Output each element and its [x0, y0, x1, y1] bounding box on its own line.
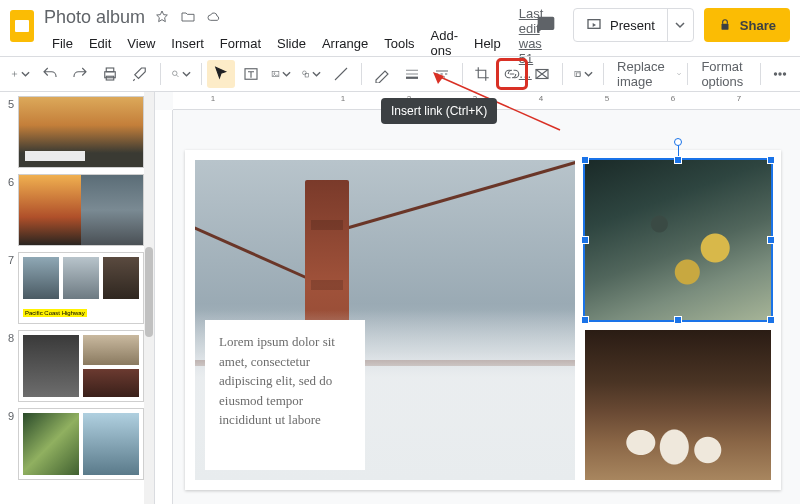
- line-tool[interactable]: [327, 60, 355, 88]
- thumbnail-preview[interactable]: Pacific Coast Highway: [18, 252, 144, 324]
- thumbnail-preview[interactable]: [18, 174, 144, 246]
- resize-handle-t[interactable]: [674, 156, 682, 164]
- textbox-tool[interactable]: [237, 60, 265, 88]
- slide-image-leaves-selected[interactable]: [585, 160, 771, 320]
- slides-app-icon[interactable]: [8, 8, 36, 44]
- reset-image-button[interactable]: [528, 60, 556, 88]
- svg-point-11: [303, 71, 307, 75]
- format-options-button[interactable]: Format options: [693, 59, 753, 89]
- workspace: 5 6 7 Pacific Coast Highway 8 9 1 1 2 3 …: [0, 92, 800, 504]
- document-title[interactable]: Photo album: [44, 7, 145, 28]
- present-button[interactable]: Present: [573, 8, 694, 42]
- zoom-button[interactable]: [167, 60, 195, 88]
- separator: [160, 63, 161, 85]
- slide-image-cafe[interactable]: [585, 330, 771, 480]
- thumbnail[interactable]: 8: [2, 330, 154, 402]
- svg-point-7: [172, 71, 177, 76]
- chevron-down-icon: [677, 70, 681, 78]
- more-tools-button[interactable]: [766, 60, 794, 88]
- menu-help[interactable]: Help: [466, 34, 509, 53]
- new-slide-button[interactable]: [6, 60, 34, 88]
- resize-handle-br[interactable]: [767, 316, 775, 324]
- shape-tool[interactable]: [297, 60, 325, 88]
- menu-insert[interactable]: Insert: [163, 34, 212, 53]
- thumbnail-number: 7: [2, 254, 14, 266]
- svg-rect-5: [106, 68, 114, 72]
- slide-canvas[interactable]: Lorem ipsum dolor sit amet, consectetur …: [185, 150, 781, 490]
- share-label: Share: [740, 18, 776, 33]
- slide-textbox[interactable]: Lorem ipsum dolor sit amet, consectetur …: [205, 320, 365, 470]
- thumbnail-number: 9: [2, 410, 14, 422]
- svg-rect-1: [15, 20, 29, 32]
- resize-handle-tl[interactable]: [581, 156, 589, 164]
- svg-point-10: [274, 73, 275, 74]
- paint-format-button[interactable]: [126, 60, 154, 88]
- mask-image-button[interactable]: [569, 60, 597, 88]
- thumbnail[interactable]: 7 Pacific Coast Highway: [2, 252, 154, 324]
- menu-file[interactable]: File: [44, 34, 81, 53]
- separator: [201, 63, 202, 85]
- menu-edit[interactable]: Edit: [81, 34, 119, 53]
- border-dash-button[interactable]: [428, 60, 456, 88]
- resize-handle-l[interactable]: [581, 236, 589, 244]
- present-label: Present: [610, 18, 655, 33]
- separator: [562, 63, 563, 85]
- separator: [462, 63, 463, 85]
- svg-point-18: [783, 73, 785, 75]
- border-color-button[interactable]: [368, 60, 396, 88]
- thumbnail-preview[interactable]: [18, 408, 144, 480]
- thumbnail-preview[interactable]: [18, 330, 144, 402]
- thumbnail-scrollbar[interactable]: [144, 92, 154, 504]
- resize-handle-b[interactable]: [674, 316, 682, 324]
- thumbnail-number: 6: [2, 176, 14, 188]
- select-tool[interactable]: [207, 60, 235, 88]
- svg-rect-14: [574, 71, 579, 76]
- menu-view[interactable]: View: [119, 34, 163, 53]
- toolbar: Replace image Format options: [0, 56, 800, 92]
- separator: [361, 63, 362, 85]
- canvas-area: 1 1 2 3 4 5 6 7 Lorem ipsum dolor sit am…: [155, 92, 800, 504]
- svg-rect-15: [576, 73, 580, 77]
- horizontal-ruler: 1 1 2 3 4 5 6 7: [173, 92, 800, 110]
- image-tool[interactable]: [267, 60, 295, 88]
- border-weight-button[interactable]: [398, 60, 426, 88]
- svg-point-17: [779, 73, 781, 75]
- resize-handle-tr[interactable]: [767, 156, 775, 164]
- menu-slide[interactable]: Slide: [269, 34, 314, 53]
- separator: [687, 63, 688, 85]
- replace-image-menu[interactable]: Replace image: [609, 59, 673, 89]
- move-folder-icon[interactable]: [179, 8, 197, 26]
- menu-format[interactable]: Format: [212, 34, 269, 53]
- svg-point-16: [774, 73, 776, 75]
- svg-rect-3: [721, 24, 728, 30]
- menu-arrange[interactable]: Arrange: [314, 34, 376, 53]
- cloud-status-icon[interactable]: [205, 8, 223, 26]
- crop-button[interactable]: [468, 60, 496, 88]
- thumbnail-number: 8: [2, 332, 14, 344]
- star-icon[interactable]: [153, 8, 171, 26]
- resize-handle-r[interactable]: [767, 236, 775, 244]
- share-button[interactable]: Share: [704, 8, 790, 42]
- thumbnail-preview[interactable]: [18, 96, 144, 168]
- menu-addons[interactable]: Add-ons: [423, 26, 466, 60]
- menubar: File Edit View Insert Format Slide Arran…: [44, 30, 529, 56]
- vertical-ruler: [155, 110, 173, 504]
- thumbnail[interactable]: 9: [2, 408, 154, 480]
- titlebar: Photo album File Edit View Insert Format…: [0, 0, 800, 56]
- resize-handle-bl[interactable]: [581, 316, 589, 324]
- separator: [760, 63, 761, 85]
- thumbnail-number: 5: [2, 98, 14, 110]
- print-button[interactable]: [96, 60, 124, 88]
- thumbnail[interactable]: 5: [2, 96, 154, 168]
- separator: [603, 63, 604, 85]
- menu-tools[interactable]: Tools: [376, 34, 422, 53]
- insert-link-button[interactable]: [498, 60, 526, 88]
- redo-button[interactable]: [66, 60, 94, 88]
- comments-icon[interactable]: [529, 8, 563, 42]
- undo-button[interactable]: [36, 60, 64, 88]
- thumbnail[interactable]: 6: [2, 174, 154, 246]
- rotation-handle[interactable]: [674, 138, 682, 146]
- present-dropdown[interactable]: [667, 9, 693, 41]
- thumbnail-pane: 5 6 7 Pacific Coast Highway 8 9: [0, 92, 155, 504]
